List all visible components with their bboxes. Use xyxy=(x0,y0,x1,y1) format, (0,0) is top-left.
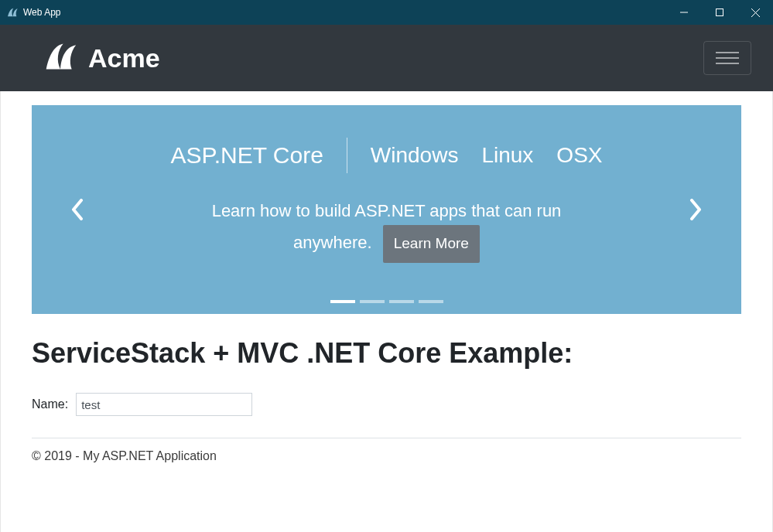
carousel-body: Learn how to build ASP.NET apps that can… xyxy=(186,196,588,263)
window-titlebar: Web App xyxy=(0,0,773,25)
page-content: ASP.NET Core Windows Linux OSX Learn how… xyxy=(0,91,773,532)
brand-logo-icon xyxy=(43,39,77,77)
carousel-indicator[interactable] xyxy=(360,300,385,303)
svg-rect-1 xyxy=(717,9,723,16)
carousel-indicator[interactable] xyxy=(330,300,355,303)
brand[interactable]: Acme xyxy=(43,39,160,77)
carousel-tabs: ASP.NET Core Windows Linux OSX xyxy=(171,138,603,173)
learn-more-button[interactable]: Learn More xyxy=(383,225,480,262)
name-label: Name: xyxy=(32,397,68,411)
carousel-indicators xyxy=(330,300,443,303)
close-button[interactable] xyxy=(737,0,773,25)
hamburger-menu-button[interactable] xyxy=(703,41,751,75)
window-controls xyxy=(666,0,773,25)
name-input[interactable] xyxy=(76,393,252,416)
carousel-prev-button[interactable] xyxy=(63,191,92,228)
window-title: Web App xyxy=(23,7,60,18)
brand-name: Acme xyxy=(88,43,160,73)
carousel-tab-osx[interactable]: OSX xyxy=(556,143,602,168)
carousel-tab-aspnet[interactable]: ASP.NET Core xyxy=(171,142,323,169)
navbar: Acme xyxy=(0,25,773,91)
carousel-indicator[interactable] xyxy=(419,300,443,303)
carousel-tab-linux[interactable]: Linux xyxy=(481,143,533,168)
maximize-button[interactable] xyxy=(702,0,737,25)
hero-carousel: ASP.NET Core Windows Linux OSX Learn how… xyxy=(32,105,741,314)
carousel-next-button[interactable] xyxy=(681,191,710,228)
footer-text: © 2019 - My ASP.NET Application xyxy=(32,438,741,463)
app-icon xyxy=(6,6,19,19)
minimize-button[interactable] xyxy=(666,0,702,25)
section-heading: ServiceStack + MVC .NET Core Example: xyxy=(32,337,741,370)
carousel-tab-windows[interactable]: Windows xyxy=(371,143,459,168)
tab-divider xyxy=(347,138,347,173)
carousel-indicator[interactable] xyxy=(389,300,414,303)
name-form-row: Name: xyxy=(32,393,741,438)
